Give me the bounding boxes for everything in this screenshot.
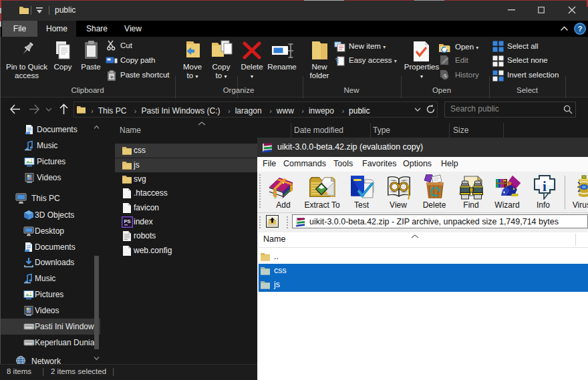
svg-text:i: i: [543, 178, 547, 194]
svg-text:PS: PS: [124, 218, 130, 224]
svg-text:?: ?: [578, 25, 583, 33]
